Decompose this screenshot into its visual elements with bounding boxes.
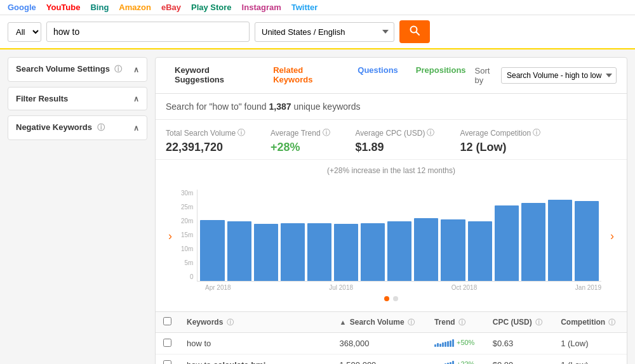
th-cpc: CPC (USD) ⓘ: [485, 312, 553, 333]
chart-bar: [495, 205, 519, 281]
content-area: Keyword Suggestions Related Keywords Que…: [155, 57, 627, 364]
cpc-cell: $0.63: [485, 333, 553, 354]
chart-bar: [468, 221, 492, 281]
sidebar-filter-label: Filter Results: [16, 94, 68, 103]
tab-related-keywords[interactable]: Related Keywords: [264, 58, 349, 93]
stat-label-trend: Average Trend ⓘ: [271, 127, 330, 138]
chart-bars: [197, 190, 601, 282]
table-header-row: Keywords ⓘ ▲ Search Volume ⓘ Trend ⓘ CPC…: [156, 312, 627, 333]
stat-avg-cpc: Average CPC (USD) ⓘ $1.89: [356, 127, 435, 154]
th-trend: Trend ⓘ: [427, 312, 485, 333]
chart-bar: [200, 220, 224, 281]
chart-nav-right[interactable]: ›: [608, 226, 617, 245]
sidebar-section-negative: Negative Keywords ⓘ ∧: [8, 115, 147, 140]
chart-title: (+28% increase in the last 12 months): [166, 166, 617, 175]
th-keywords: Keywords ⓘ: [179, 312, 332, 333]
chart-bar: [307, 223, 331, 281]
keywords-table: Keywords ⓘ ▲ Search Volume ⓘ Trend ⓘ CPC…: [156, 311, 627, 364]
sidebar-section-volume: Search Volume Settings ⓘ ∧: [8, 57, 147, 82]
chart-nav-left[interactable]: ›: [166, 226, 175, 245]
stat-value-competition: 12 (Low): [460, 141, 540, 154]
negative-info-icon: ⓘ: [97, 123, 105, 132]
th-search-volume[interactable]: ▲ Search Volume ⓘ: [332, 312, 427, 333]
chart-bar: [548, 200, 572, 281]
th-volume-info: ⓘ: [408, 318, 415, 326]
competition-cell: 1 (Low): [553, 354, 627, 365]
chart-bar: [334, 224, 358, 281]
tabs-bar: Keyword Suggestions Related Keywords Que…: [156, 58, 627, 94]
th-competition-info: ⓘ: [608, 318, 615, 326]
sort-label: Sort by: [475, 66, 496, 85]
volume-info-icon: ⓘ: [114, 65, 122, 74]
chart-bar: [414, 218, 438, 281]
cpc-cell: $0.89: [485, 354, 553, 365]
nav-ebay[interactable]: eBay: [161, 3, 181, 12]
th-competition: Competition ⓘ: [553, 312, 627, 333]
table-row: how to calculate bmi1,500,000+22%$0.891 …: [156, 354, 627, 365]
chart-bar: [387, 221, 411, 281]
nav-amazon[interactable]: Amazon: [119, 3, 151, 12]
main-layout: Search Volume Settings ⓘ ∧ Filter Result…: [0, 49, 635, 364]
stat-trend-info: ⓘ: [323, 127, 330, 138]
search-scope-select[interactable]: All: [8, 22, 41, 42]
stat-value-trend: +28%: [271, 141, 330, 154]
tabs-left: Keyword Suggestions Related Keywords Que…: [166, 58, 475, 93]
th-cpc-info: ⓘ: [535, 318, 542, 326]
nav-playstore[interactable]: Play Store: [191, 3, 232, 12]
sidebar-volume-header[interactable]: Search Volume Settings ⓘ ∧: [8, 58, 147, 81]
row-checkbox[interactable]: [163, 360, 171, 365]
stat-label-competition: Average Competition ⓘ: [460, 127, 540, 138]
nav-google[interactable]: Google: [8, 3, 36, 12]
result-summary: Search for "how to" found 1,387 unique k…: [156, 94, 627, 120]
table-body: how to368,000+50%$0.631 (Low)how to calc…: [156, 333, 627, 365]
table-row: how to368,000+50%$0.631 (Low): [156, 333, 627, 354]
chart-x-axis: Apr 2018 Jul 2018 Oct 2018 Jan 2019: [181, 282, 601, 291]
chart-bar: [575, 201, 599, 281]
stat-avg-competition: Average Competition ⓘ 12 (Low): [460, 127, 540, 154]
nav-bing[interactable]: Bing: [90, 3, 109, 12]
select-all-checkbox[interactable]: [163, 317, 171, 325]
result-count: 1,387: [269, 101, 291, 112]
result-suffix: unique keywords: [293, 101, 360, 112]
stat-value-cpc: $1.89: [356, 141, 435, 154]
chart-bar: [281, 223, 305, 281]
nav-twitter[interactable]: Twitter: [291, 3, 318, 12]
tab-prepositions[interactable]: Prepositions: [407, 58, 475, 93]
stat-label-volume: Total Search Volume ⓘ: [166, 127, 245, 138]
sidebar-volume-label: Search Volume Settings ⓘ: [16, 64, 122, 75]
location-select[interactable]: United States / English: [255, 22, 394, 42]
chart-bar: [361, 223, 385, 281]
row-checkbox[interactable]: [163, 339, 171, 347]
nav-instagram[interactable]: Instagram: [242, 3, 281, 12]
stat-value-volume: 22,391,720: [166, 141, 245, 154]
svg-line-1: [417, 32, 420, 36]
sidebar-section-filter: Filter Results ∧: [8, 87, 147, 110]
tab-questions[interactable]: Questions: [349, 58, 407, 93]
nav-youtube[interactable]: YouTube: [46, 3, 81, 12]
sidebar-negative-label: Negative Keywords ⓘ: [16, 122, 105, 133]
sort-arrow-icon: ▲: [340, 318, 347, 326]
stat-volume-info: ⓘ: [237, 127, 245, 138]
stat-avg-trend: Average Trend ⓘ +28%: [271, 127, 330, 154]
filter-chevron: ∧: [133, 94, 139, 103]
sort-area: Sort by Search Volume - high to low: [475, 66, 617, 85]
chart-bar: [521, 203, 545, 281]
chart-dots: [166, 296, 617, 301]
th-check: [156, 312, 179, 333]
tab-keyword-suggestions[interactable]: Keyword Suggestions: [166, 58, 264, 93]
keyword-cell: how to calculate bmi: [179, 354, 332, 365]
sidebar-negative-header[interactable]: Negative Keywords ⓘ ∧: [8, 116, 147, 140]
chart-bar: [441, 219, 465, 281]
negative-chevron: ∧: [133, 124, 139, 133]
sort-select[interactable]: Search Volume - high to low: [501, 67, 617, 84]
chart-dot-2[interactable]: [393, 296, 398, 301]
search-input[interactable]: [46, 22, 250, 42]
result-summary-text: Search for "how to" found: [166, 101, 267, 112]
th-keywords-info: ⓘ: [227, 318, 234, 326]
search-button[interactable]: [399, 20, 430, 43]
sidebar-filter-header[interactable]: Filter Results ∧: [8, 88, 147, 110]
chart-dot-1[interactable]: [384, 296, 389, 301]
volume-chevron: ∧: [133, 65, 139, 74]
competition-cell: 1 (Low): [553, 333, 627, 354]
search-bar: All United States / English: [0, 15, 635, 49]
